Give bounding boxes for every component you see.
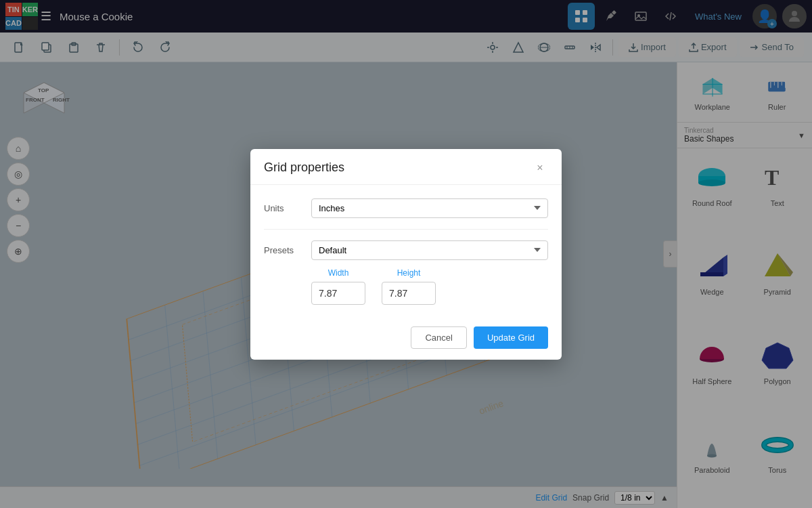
height-input[interactable]	[382, 282, 436, 305]
width-field: Width	[311, 268, 365, 305]
presets-row: Presets Default Custom Width Height	[264, 240, 548, 305]
height-label: Height	[382, 268, 436, 278]
height-field: Height	[382, 268, 436, 305]
grid-properties-modal: Grid properties × Units Inches Millimete…	[250, 149, 562, 360]
update-grid-btn[interactable]: Update Grid	[474, 326, 548, 349]
presets-label: Presets	[264, 245, 311, 255]
width-input[interactable]	[311, 282, 365, 305]
units-row: Units Inches Millimeters	[264, 198, 548, 230]
units-label: Units	[264, 203, 311, 213]
modal-title: Grid properties	[264, 161, 344, 175]
presets-select[interactable]: Default Custom	[311, 240, 548, 260]
modal-header: Grid properties ×	[250, 149, 562, 185]
modal-close-btn[interactable]: ×	[532, 160, 548, 176]
dimensions-row: Width Height	[311, 268, 436, 305]
units-select[interactable]: Inches Millimeters	[311, 198, 548, 218]
modal-body: Units Inches Millimeters Presets Default…	[250, 185, 562, 318]
modal-footer: Cancel Update Grid	[250, 318, 562, 360]
width-label: Width	[311, 268, 365, 278]
modal-overlay[interactable]: Grid properties × Units Inches Millimete…	[0, 0, 812, 508]
cancel-btn[interactable]: Cancel	[411, 326, 466, 349]
